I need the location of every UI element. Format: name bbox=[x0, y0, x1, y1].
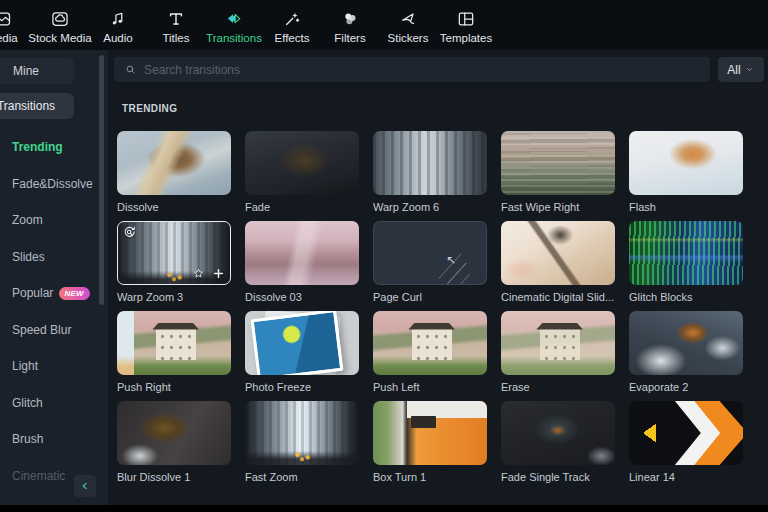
toolbar-item-label: Stickers bbox=[388, 32, 429, 44]
sidebar-scrollbar[interactable] bbox=[99, 55, 104, 305]
transition-thumbnail[interactable] bbox=[501, 131, 615, 195]
toolbar-item-transitions[interactable]: Transitions bbox=[205, 9, 263, 44]
transition-label: Page Curl bbox=[373, 291, 487, 303]
sidebar-item-speed-blur[interactable]: Speed Blur bbox=[0, 312, 108, 349]
media-icon bbox=[0, 9, 12, 29]
body: MineTransitions Trending Fade&Dissolve Z… bbox=[0, 50, 768, 505]
sidebar-item-zoom[interactable]: Zoom bbox=[0, 202, 108, 239]
transition-thumbnail[interactable] bbox=[245, 311, 359, 375]
transition-card-fade-single-track: Fade Single Track bbox=[501, 401, 615, 483]
favorite-star-icon[interactable] bbox=[191, 266, 206, 281]
transition-thumbnail[interactable] bbox=[117, 131, 231, 195]
toolbar-item-audio[interactable]: Audio bbox=[89, 9, 147, 44]
sidebar-item-glitch[interactable]: Glitch bbox=[0, 385, 108, 422]
bottom-bar bbox=[0, 505, 768, 512]
titles-icon bbox=[166, 9, 186, 29]
toolbar-item-label: Transitions bbox=[206, 32, 262, 44]
sidebar-item-label: Slides bbox=[12, 250, 45, 264]
transition-card-dissolve-03: Dissolve 03 bbox=[245, 221, 359, 303]
transition-label: Box Turn 1 bbox=[373, 471, 487, 483]
sidebar: MineTransitions Trending Fade&Dissolve Z… bbox=[0, 50, 108, 505]
chevron-down-icon bbox=[744, 64, 755, 75]
transition-label: Warp Zoom 3 bbox=[117, 291, 231, 303]
toolbar-item-stock-media[interactable]: Stock Media bbox=[31, 9, 89, 44]
sidebar-item-label: Trending bbox=[12, 140, 63, 154]
sidebar-tabs: MineTransitions bbox=[0, 58, 108, 119]
sidebar-tab-mine[interactable]: Mine bbox=[0, 58, 74, 84]
transition-card-fast-wipe-right: Fast Wipe Right bbox=[501, 131, 615, 213]
toolbar-item-stickers[interactable]: Stickers bbox=[379, 9, 437, 44]
sidebar-item-label: Cinematic bbox=[12, 469, 65, 483]
transition-thumbnail[interactable] bbox=[117, 401, 231, 465]
transition-card-push-right: Push Right bbox=[117, 311, 231, 393]
transition-thumbnail[interactable] bbox=[629, 221, 743, 285]
toolbar-item-templates[interactable]: Templates bbox=[437, 9, 495, 44]
search-input-wrap[interactable] bbox=[114, 57, 710, 82]
sidebar-tab-transitions[interactable]: Transitions bbox=[0, 93, 74, 119]
transition-thumbnail[interactable] bbox=[245, 221, 359, 285]
search-input[interactable] bbox=[144, 63, 700, 77]
transition-label: Push Left bbox=[373, 381, 487, 393]
transition-thumbnail[interactable] bbox=[245, 131, 359, 195]
transition-card-warp-zoom-3: Warp Zoom 3 bbox=[117, 221, 231, 303]
filter-dropdown[interactable]: All bbox=[718, 57, 764, 82]
transition-card-blur-dissolve-1: Blur Dissolve 1 bbox=[117, 401, 231, 483]
sidebar-nav: Trending Fade&Dissolve Zoom Slides Popul… bbox=[0, 129, 108, 494]
section-title: TRENDING bbox=[122, 103, 766, 114]
sidebar-item-trending[interactable]: Trending bbox=[0, 129, 108, 166]
sidebar-item-light[interactable]: Light bbox=[0, 348, 108, 385]
transition-thumbnail[interactable] bbox=[501, 401, 615, 465]
transition-card-photo-freeze: Photo Freeze bbox=[245, 311, 359, 393]
transition-thumbnail[interactable] bbox=[629, 401, 743, 465]
sidebar-item-popular[interactable]: Popular NEW bbox=[0, 275, 108, 312]
transition-thumbnail[interactable] bbox=[501, 221, 615, 285]
sidebar-item-label: Zoom bbox=[12, 213, 43, 227]
transition-thumbnail[interactable] bbox=[373, 221, 487, 285]
transition-card-push-left: Push Left bbox=[373, 311, 487, 393]
stickers-icon bbox=[398, 9, 418, 29]
transitions-grid: Dissolve Fade Warp Zoom 6 bbox=[117, 131, 766, 483]
toolbar-item-media[interactable]: Media bbox=[0, 9, 31, 44]
transition-thumbnail[interactable] bbox=[501, 311, 615, 375]
search-row: All bbox=[114, 57, 764, 82]
collapse-sidebar-button[interactable] bbox=[74, 475, 96, 497]
transition-label: Warp Zoom 6 bbox=[373, 201, 487, 213]
transition-card-cinematic-digital-slid: Cinematic Digital Slid... bbox=[501, 221, 615, 303]
effects-icon bbox=[282, 9, 302, 29]
transition-thumbnail[interactable] bbox=[629, 131, 743, 195]
toolbar-item-label: Titles bbox=[162, 32, 189, 44]
preview-loop-icon[interactable] bbox=[122, 225, 137, 240]
filters-icon bbox=[340, 9, 360, 29]
sidebar-item-fade-dissolve[interactable]: Fade&Dissolve bbox=[0, 166, 108, 203]
toolbar-item-label: Effects bbox=[275, 32, 310, 44]
toolbar-item-label: Audio bbox=[103, 32, 132, 44]
sidebar-item-slides[interactable]: Slides bbox=[0, 239, 108, 276]
toolbar-item-effects[interactable]: Effects bbox=[263, 9, 321, 44]
add-plus-icon[interactable] bbox=[211, 266, 226, 281]
sidebar-item-brush[interactable]: Brush bbox=[0, 421, 108, 458]
toolbar-item-label: Stock Media bbox=[28, 32, 91, 44]
transition-label: Fast Zoom bbox=[245, 471, 359, 483]
transition-thumbnail[interactable] bbox=[373, 311, 487, 375]
transition-thumbnail[interactable] bbox=[629, 311, 743, 375]
sidebar-item-label: Speed Blur bbox=[12, 323, 71, 337]
transition-thumbnail[interactable] bbox=[373, 401, 487, 465]
transition-thumbnail[interactable] bbox=[373, 131, 487, 195]
transition-label: Push Right bbox=[117, 381, 231, 393]
transition-card-erase: Erase bbox=[501, 311, 615, 393]
app-window: Media Stock Media Audio Titles Transitio… bbox=[0, 0, 768, 512]
transition-thumbnail[interactable] bbox=[245, 401, 359, 465]
new-badge: NEW bbox=[59, 287, 90, 300]
transition-thumbnail[interactable] bbox=[117, 311, 231, 375]
stock-media-icon bbox=[50, 9, 70, 29]
toolbar-item-filters[interactable]: Filters bbox=[321, 9, 379, 44]
transition-thumbnail[interactable] bbox=[117, 221, 231, 285]
sidebar-item-label: Fade&Dissolve bbox=[12, 177, 93, 191]
transition-label: Evaporate 2 bbox=[629, 381, 743, 393]
toolbar-item-titles[interactable]: Titles bbox=[147, 9, 205, 44]
transition-label: Dissolve bbox=[117, 201, 231, 213]
toolbar-item-label: Media bbox=[0, 32, 18, 44]
transition-card-warp-zoom-6: Warp Zoom 6 bbox=[373, 131, 487, 213]
transition-card-page-curl: Page Curl bbox=[373, 221, 487, 303]
transition-card-flash: Flash bbox=[629, 131, 743, 213]
